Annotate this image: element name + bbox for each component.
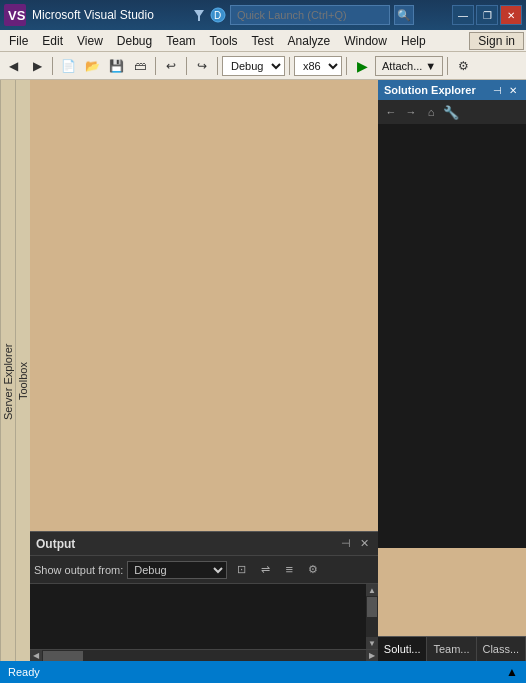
undo-button[interactable]: ↩ bbox=[160, 55, 182, 77]
se-properties-button[interactable]: 🔧 bbox=[442, 103, 460, 121]
toolbar: ◀ ▶ 📄 📂 💾 🗃 ↩ ↪ Debug x86 ▶ Attach... ▼ … bbox=[0, 52, 526, 80]
start-debug-button[interactable]: ▶ bbox=[351, 55, 373, 77]
bottom-tabs: Soluti... Team... Class... bbox=[378, 636, 526, 661]
output-word-wrap-button[interactable]: ⇌ bbox=[255, 560, 275, 580]
platform-select[interactable]: x86 bbox=[294, 56, 342, 76]
se-nav-back-button[interactable]: ← bbox=[382, 103, 400, 121]
solution-explorer-content bbox=[378, 124, 526, 548]
svg-text:VS: VS bbox=[8, 8, 26, 23]
title-controls: — ❐ ✕ bbox=[452, 5, 522, 25]
debug-indicator-icon: D bbox=[210, 7, 226, 23]
sign-in-button[interactable]: Sign in bbox=[469, 32, 524, 50]
attach-button[interactable]: Attach... ▼ bbox=[375, 56, 443, 76]
toolbar-separator-7 bbox=[447, 57, 448, 75]
toolbar-separator-6 bbox=[346, 57, 347, 75]
toolbar-extra-button[interactable]: ⚙ bbox=[452, 55, 474, 77]
toolbox-tab[interactable]: Toolbox bbox=[15, 80, 30, 683]
attach-dropdown-icon: ▼ bbox=[425, 60, 436, 72]
output-content: ▲ ▼ bbox=[30, 584, 378, 649]
se-pin-button[interactable]: ⊣ bbox=[490, 83, 504, 97]
menu-window[interactable]: Window bbox=[337, 30, 394, 51]
toolbar-separator-3 bbox=[186, 57, 187, 75]
team-bottom-tab[interactable]: Team... bbox=[427, 637, 476, 661]
output-header: Output ⊣ ✕ bbox=[30, 532, 378, 556]
hscroll-right-arrow[interactable]: ▶ bbox=[366, 650, 378, 662]
funnel-icon bbox=[192, 8, 206, 22]
debug-config-select[interactable]: Debug bbox=[222, 56, 285, 76]
menu-debug[interactable]: Debug bbox=[110, 30, 159, 51]
menu-help[interactable]: Help bbox=[394, 30, 433, 51]
server-explorer-tab[interactable]: Server Explorer bbox=[0, 80, 15, 683]
scroll-down-arrow[interactable]: ▼ bbox=[366, 637, 378, 649]
menu-bar: File Edit View Debug Team Tools Test Ana… bbox=[0, 30, 526, 52]
output-close-button[interactable]: ✕ bbox=[356, 536, 372, 552]
new-file-button[interactable]: 📄 bbox=[57, 55, 79, 77]
menu-tools[interactable]: Tools bbox=[203, 30, 245, 51]
se-home-button[interactable]: ⌂ bbox=[422, 103, 440, 121]
solution-explorer-title: Solution Explorer bbox=[384, 84, 476, 96]
menu-file[interactable]: File bbox=[2, 30, 35, 51]
close-button[interactable]: ✕ bbox=[500, 5, 522, 25]
menu-analyze[interactable]: Analyze bbox=[281, 30, 338, 51]
scroll-thumb[interactable] bbox=[367, 597, 377, 617]
left-side-panels: Server Explorer Toolbox bbox=[0, 80, 30, 683]
hscroll-track bbox=[84, 650, 366, 661]
toolbar-separator-5 bbox=[289, 57, 290, 75]
menu-team[interactable]: Team bbox=[159, 30, 202, 51]
save-button[interactable]: 💾 bbox=[105, 55, 127, 77]
output-header-controls: ⊣ ✕ bbox=[338, 536, 372, 552]
attach-label: Attach... bbox=[382, 60, 422, 72]
restore-button[interactable]: ❐ bbox=[476, 5, 498, 25]
output-source-select[interactable]: Debug Build Source Control bbox=[127, 561, 227, 579]
forward-button[interactable]: ▶ bbox=[26, 55, 48, 77]
solution-explorer-controls: ⊣ ✕ bbox=[490, 83, 520, 97]
quick-launch-input[interactable] bbox=[230, 5, 390, 25]
output-title: Output bbox=[36, 537, 75, 551]
output-toolbar: Show output from: Debug Build Source Con… bbox=[30, 556, 378, 584]
svg-marker-2 bbox=[194, 10, 204, 21]
class-bottom-tab[interactable]: Class... bbox=[477, 637, 526, 661]
title-center: D 🔍 bbox=[154, 5, 452, 25]
scroll-up-arrow[interactable]: ▲ bbox=[366, 584, 378, 596]
app-title: Microsoft Visual Studio bbox=[32, 8, 154, 22]
minimize-button[interactable]: — bbox=[452, 5, 474, 25]
se-nav-forward-button[interactable]: → bbox=[402, 103, 420, 121]
status-right-icon: ▲ bbox=[506, 665, 518, 679]
title-left: VS Microsoft Visual Studio bbox=[4, 4, 154, 26]
toolbar-separator-1 bbox=[52, 57, 53, 75]
menu-edit[interactable]: Edit bbox=[35, 30, 70, 51]
status-text: Ready bbox=[8, 666, 40, 678]
search-icon[interactable]: 🔍 bbox=[394, 5, 414, 25]
output-panel: Output ⊣ ✕ Show output from: Debug Build… bbox=[30, 531, 378, 661]
content-area: Server Explorer Toolbox Solution Explore… bbox=[0, 80, 526, 683]
output-hscrollbar[interactable]: ◀ ▶ bbox=[30, 649, 378, 661]
solution-explorer-header: Solution Explorer ⊣ ✕ bbox=[378, 80, 526, 100]
solution-explorer-panel: Solution Explorer ⊣ ✕ ← → ⌂ 🔧 bbox=[378, 80, 526, 548]
show-output-label: Show output from: bbox=[34, 564, 123, 576]
open-file-button[interactable]: 📂 bbox=[81, 55, 103, 77]
output-clear-button[interactable]: ⊡ bbox=[231, 560, 251, 580]
save-all-button[interactable]: 🗃 bbox=[129, 55, 151, 77]
hscroll-thumb[interactable] bbox=[43, 651, 83, 661]
redo-button[interactable]: ↪ bbox=[191, 55, 213, 77]
back-button[interactable]: ◀ bbox=[2, 55, 24, 77]
solution-explorer-toolbar: ← → ⌂ 🔧 bbox=[378, 100, 526, 124]
menu-test[interactable]: Test bbox=[245, 30, 281, 51]
output-extra-button[interactable]: ⚙ bbox=[303, 560, 323, 580]
hscroll-left-arrow[interactable]: ◀ bbox=[30, 650, 42, 662]
output-find-button[interactable]: ≡ bbox=[279, 560, 299, 580]
vs-logo-icon: VS bbox=[4, 4, 26, 26]
solution-explorer-bottom-tab[interactable]: Soluti... bbox=[378, 637, 427, 661]
toolbar-separator-2 bbox=[155, 57, 156, 75]
output-pin-button[interactable]: ⊣ bbox=[338, 536, 354, 552]
status-bar: Ready ▲ bbox=[0, 661, 526, 683]
toolbar-separator-4 bbox=[217, 57, 218, 75]
output-scrollbar[interactable]: ▲ ▼ bbox=[366, 584, 378, 649]
title-bar: VS Microsoft Visual Studio D 🔍 — ❐ ✕ bbox=[0, 0, 526, 30]
svg-text:D: D bbox=[214, 10, 221, 21]
menu-view[interactable]: View bbox=[70, 30, 110, 51]
se-close-button[interactable]: ✕ bbox=[506, 83, 520, 97]
